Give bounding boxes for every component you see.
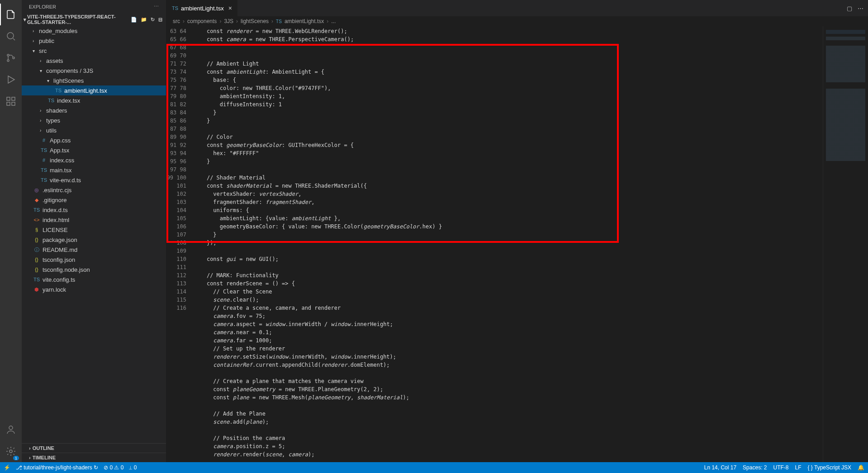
tabs-bar: TS ambientLight.tsx × ▢ ⋯ — [166, 0, 868, 16]
extensions-icon[interactable] — [0, 90, 22, 112]
file-main-tsx[interactable]: TSmain.tsx — [22, 165, 166, 175]
file-index-tsx[interactable]: TSindex.tsx — [22, 95, 166, 105]
explorer-sidebar: EXPLORER ⋯ ▾ VITE-THREEJS-TYPESCRIPT-REA… — [22, 0, 166, 462]
file-app-css[interactable]: #App.css — [22, 135, 166, 145]
eol[interactable]: LF — [795, 464, 801, 471]
file-license[interactable]: §LICENSE — [22, 225, 166, 235]
branch-indicator[interactable]: ⎇ tutorial/three-js/light-shaders ↻ — [16, 464, 98, 471]
collapse-icon[interactable]: ⊟ — [158, 17, 162, 23]
file-readme[interactable]: ⓘREADME.md — [22, 245, 166, 255]
folder-public[interactable]: ›public — [22, 36, 166, 46]
svg-point-8 — [9, 426, 13, 430]
settings-icon[interactable]: 1 — [0, 440, 22, 462]
more-icon[interactable]: ⋯ — [858, 5, 863, 12]
project-header[interactable]: ▾ VITE-THREEJS-TYPESCRIPT-REACT-GLSL-STA… — [22, 13, 166, 26]
file-vite-config[interactable]: TSvite.config.ts — [22, 274, 166, 284]
cursor-position[interactable]: Ln 14, Col 17 — [704, 464, 736, 471]
code-content[interactable]: const renderer = new THREE.WebGLRenderer… — [194, 26, 823, 462]
file-package-json[interactable]: {}package.json — [22, 235, 166, 245]
close-tab-icon[interactable]: × — [228, 5, 232, 12]
folder-types[interactable]: ›types — [22, 115, 166, 125]
svg-point-3 — [13, 57, 14, 59]
svg-point-1 — [7, 54, 9, 56]
svg-rect-5 — [12, 97, 15, 100]
new-file-icon[interactable]: 📄 — [131, 17, 137, 23]
folder-utils[interactable]: ›utils — [22, 125, 166, 135]
editor-area: TS ambientLight.tsx × ▢ ⋯ src› component… — [166, 0, 868, 462]
svg-rect-4 — [7, 97, 10, 100]
tab-ambientlight[interactable]: TS ambientLight.tsx × — [166, 0, 237, 16]
svg-point-2 — [7, 60, 9, 61]
remote-icon[interactable]: ⚡ — [4, 464, 10, 471]
svg-point-0 — [7, 33, 14, 39]
file-vite-env[interactable]: TSvite-env.d.ts — [22, 175, 166, 185]
errors-indicator[interactable]: ⊘ 0 ⚠ 0 — [104, 464, 123, 471]
minimap[interactable] — [823, 26, 868, 462]
editor-body[interactable]: 63 64 65 66 67 68 69 70 71 72 73 74 75 7… — [166, 26, 868, 462]
settings-badge: 1 — [13, 456, 19, 460]
svg-rect-7 — [12, 102, 15, 105]
file-gitignore[interactable]: ◆.gitignore — [22, 195, 166, 205]
sidebar-title: EXPLORER ⋯ — [22, 0, 166, 13]
ts-file-icon: TS — [172, 5, 178, 11]
file-ambientlight[interactable]: TSambientLight.tsx — [22, 85, 166, 95]
ports-indicator[interactable]: ⟂ 0 — [129, 464, 137, 471]
file-yarn-lock[interactable]: ⬢yarn.lock — [22, 284, 166, 294]
chevron-down-icon: ▾ — [24, 17, 26, 23]
file-index-d-ts[interactable]: TSindex.d.ts — [22, 205, 166, 215]
timeline-section[interactable]: ›TIMELINE — [22, 453, 166, 462]
search-icon[interactable] — [0, 25, 22, 47]
folder-src[interactable]: ▾src — [22, 46, 166, 56]
file-tree: ›node_modules ›public ▾src ›assets ▾comp… — [22, 26, 166, 443]
language-mode[interactable]: { } TypeScript JSX — [808, 464, 852, 471]
account-icon[interactable] — [0, 419, 22, 440]
folder-assets[interactable]: ›assets — [22, 56, 166, 66]
activity-bar: 1 — [0, 0, 22, 462]
file-app-tsx[interactable]: TSApp.tsx — [22, 145, 166, 155]
split-editor-icon[interactable]: ▢ — [847, 5, 852, 12]
svg-point-9 — [9, 450, 12, 453]
breadcrumbs[interactable]: src› components› 3JS› lightScenes› TS am… — [166, 16, 868, 26]
status-bar: ⚡ ⎇ tutorial/three-js/light-shaders ↻ ⊘ … — [0, 462, 868, 473]
explorer-icon[interactable] — [0, 4, 22, 25]
new-folder-icon[interactable]: 📁 — [141, 17, 147, 23]
file-tsconfig[interactable]: {}tsconfig.json — [22, 255, 166, 265]
folder-lightscenes[interactable]: ▾lightScenes — [22, 76, 166, 85]
indentation[interactable]: Spaces: 2 — [743, 464, 767, 471]
file-eslintrc[interactable]: ◎.eslintrc.cjs — [22, 185, 166, 195]
file-index-html[interactable]: <>index.html — [22, 215, 166, 225]
svg-rect-6 — [7, 102, 10, 105]
file-index-css[interactable]: #index.css — [22, 155, 166, 165]
folder-shaders[interactable]: ›shaders — [22, 105, 166, 115]
outline-section[interactable]: ›OUTLINE — [22, 443, 166, 453]
line-gutter: 63 64 65 66 67 68 69 70 71 72 73 74 75 7… — [166, 26, 194, 462]
folder-node-modules[interactable]: ›node_modules — [22, 26, 166, 36]
source-control-icon[interactable] — [0, 47, 22, 69]
refresh-icon[interactable]: ↻ — [151, 17, 155, 23]
encoding[interactable]: UTF-8 — [773, 464, 788, 471]
run-debug-icon[interactable] — [0, 69, 22, 90]
sidebar-more-icon[interactable]: ⋯ — [154, 4, 159, 9]
notifications-icon[interactable]: 🔔 — [858, 464, 864, 471]
file-tsconfig-node[interactable]: {}tsconfig.node.json — [22, 265, 166, 274]
folder-components-3js[interactable]: ▾components / 3JS — [22, 66, 166, 76]
